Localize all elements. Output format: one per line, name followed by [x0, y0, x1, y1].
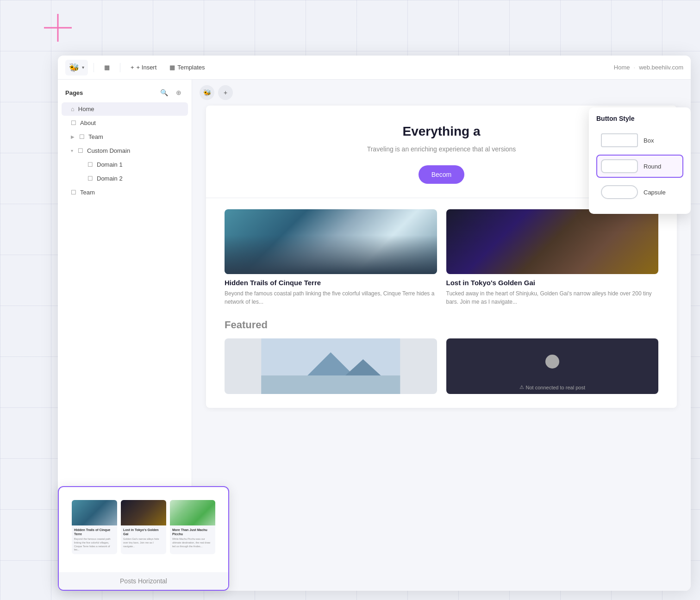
- page-label-team1: Team: [88, 133, 103, 140]
- box-preview: [601, 133, 638, 147]
- mini-card-desc-1: Beyond the famous coastal path linking t…: [74, 538, 115, 552]
- post-card-desc-golden-gai: Tucked away in the heart of Shinjuku, Go…: [446, 289, 659, 306]
- style-option-box[interactable]: Box: [596, 129, 683, 152]
- svg-rect-3: [261, 375, 400, 394]
- post-card-img-golden-gai: [446, 209, 659, 274]
- mini-card-title-1: Hidden Trails of Cinque Terre: [74, 528, 115, 536]
- sidebar-item-domain2[interactable]: ☐ Domain 2: [62, 172, 188, 185]
- layout-icon: ▦: [104, 64, 110, 71]
- toolbar-divider: [94, 63, 94, 72]
- templates-icon: ▦: [169, 64, 175, 71]
- add-page-button[interactable]: ⊕: [173, 87, 184, 98]
- mini-card-1: Hidden Trails of Cinque Terre Beyond the…: [72, 500, 117, 554]
- sidebar-header: Pages 🔍 ⊕: [58, 80, 192, 102]
- sidebar-item-about[interactable]: ☐ About: [62, 116, 188, 130]
- page-label-about: About: [80, 119, 96, 126]
- page-icon-team1: ☐: [79, 133, 85, 140]
- page-label-home: Home: [78, 106, 94, 112]
- page-icon-team2: ☐: [71, 189, 76, 196]
- sidebar-title: Pages: [65, 89, 83, 96]
- logo-button[interactable]: 🐝 ▾: [65, 60, 88, 75]
- template-card[interactable]: Hidden Trails of Cinque Terre Beyond the…: [58, 486, 229, 591]
- template-label: Posts Horizontal: [120, 577, 167, 585]
- logo-chevron: ▾: [82, 65, 84, 70]
- mini-card-img-1: [72, 500, 117, 525]
- warning-icon: ⚠: [519, 384, 524, 390]
- mini-card-desc-3: While Machu Picchu was our ultimate dest…: [172, 538, 213, 548]
- canvas-add-button[interactable]: +: [218, 85, 233, 100]
- post-card-img-cinque-terre: [225, 209, 437, 274]
- site-url: web.beehiiv.com: [639, 64, 683, 71]
- style-option-round[interactable]: Round: [596, 155, 683, 178]
- mini-card-title-3: More Than Just Machu Picchu: [172, 528, 213, 536]
- mini-card-text-1: Hidden Trails of Cinque Terre Beyond the…: [72, 525, 117, 554]
- canvas-area: 🐝 + Everything a Traveling is an enrichi…: [192, 80, 691, 591]
- featured-card-img-1: [225, 338, 437, 394]
- round-label: Round: [644, 163, 661, 170]
- page-icon-about: ☐: [71, 119, 76, 126]
- button-style-panel: Button Style Box Round Capsule: [589, 107, 691, 214]
- layout-button[interactable]: ▦: [100, 61, 114, 74]
- mini-card-desc-2: Golden Gai's narrow alleys hide over tin…: [123, 538, 164, 548]
- star-decoration: [44, 14, 72, 42]
- page-icon-domain1: ☐: [88, 161, 93, 168]
- canvas-toolbar: 🐝 +: [192, 80, 691, 106]
- page-label-domain1: Domain 1: [97, 161, 123, 168]
- page-icon-domain2: ☐: [88, 175, 93, 182]
- featured-card-img-2: ⚠ Not connected to real post: [446, 338, 659, 394]
- panel-title: Button Style: [596, 115, 683, 122]
- sidebar-item-custom-domain[interactable]: ▾ ☐ Custom Domain: [62, 144, 188, 157]
- mini-card-text-2: Lost in Tokyo's Golden Gai Golden Gai's …: [121, 525, 166, 550]
- page-label-domain2: Domain 2: [97, 175, 123, 182]
- box-label: Box: [644, 137, 654, 144]
- post-card-title-cinque-terre: Hidden Trails of Cinque Terre: [225, 279, 437, 287]
- toolbar-divider-2: [120, 63, 120, 72]
- mini-card-3: More Than Just Machu Picchu While Machu …: [170, 500, 215, 554]
- page-label-team2: Team: [80, 189, 95, 196]
- mini-card-2: Lost in Tokyo's Golden Gai Golden Gai's …: [121, 500, 166, 554]
- url-separator: ·: [634, 64, 636, 71]
- cta-button[interactable]: Becom: [419, 165, 465, 184]
- post-card-cinque-terre[interactable]: Hidden Trails of Cinque Terre Beyond the…: [225, 209, 437, 306]
- insert-button[interactable]: + + Insert: [126, 61, 161, 74]
- home-link[interactable]: Home: [614, 64, 630, 71]
- chevron-down-icon: ▾: [71, 148, 73, 153]
- insert-icon: +: [131, 64, 134, 71]
- post-card-title-golden-gai: Lost in Tokyo's Golden Gai: [446, 279, 659, 287]
- sidebar-item-domain1[interactable]: ☐ Domain 1: [62, 158, 188, 171]
- mini-card-img-2: [121, 500, 166, 525]
- templates-button[interactable]: ▦ Templates: [165, 61, 209, 74]
- template-inner: Hidden Trails of Cinque Terre Beyond the…: [66, 494, 221, 569]
- round-preview: [601, 159, 638, 173]
- featured-section: Featured: [225, 319, 658, 394]
- post-cards-grid: Hidden Trails of Cinque Terre Beyond the…: [225, 209, 658, 306]
- template-label-bar: Posts Horizontal: [59, 572, 228, 590]
- page-label-custom-domain: Custom Domain: [87, 147, 130, 154]
- template-mini-cards: Hidden Trails of Cinque Terre Beyond the…: [72, 500, 215, 554]
- sidebar-actions: 🔍 ⊕: [158, 87, 184, 98]
- mini-card-img-3: [170, 500, 215, 525]
- logo-icon: 🐝: [69, 62, 79, 73]
- toolbar: 🐝 ▾ ▦ + + Insert ▦ Templates Home · web.…: [58, 56, 691, 80]
- sidebar-item-team1[interactable]: ▶ ☐ Team: [62, 130, 188, 144]
- page-icon-custom-domain: ☐: [78, 147, 83, 154]
- templates-label: Templates: [177, 64, 205, 71]
- featured-label: Featured: [225, 319, 658, 331]
- insert-label: + Insert: [137, 64, 157, 71]
- post-card-golden-gai[interactable]: Lost in Tokyo's Golden Gai Tucked away i…: [446, 209, 659, 306]
- placeholder-circle: [545, 355, 559, 369]
- chevron-right-icon: ▶: [71, 134, 75, 139]
- toolbar-url: Home · web.beehiiv.com: [614, 64, 683, 71]
- style-option-capsule[interactable]: Capsule: [596, 181, 683, 204]
- canvas-logo-icon[interactable]: 🐝: [200, 85, 214, 100]
- featured-cards-grid: ⚠ Not connected to real post: [225, 338, 658, 394]
- home-icon: ⌂: [71, 106, 75, 112]
- post-card-desc-cinque-terre: Beyond the famous coastal path linking t…: [225, 289, 437, 306]
- mini-card-title-2: Lost in Tokyo's Golden Gai: [123, 528, 164, 536]
- not-connected-label: ⚠ Not connected to real post: [446, 384, 659, 390]
- search-icon[interactable]: 🔍: [158, 87, 169, 98]
- sidebar-item-team2[interactable]: ☐ Team: [62, 186, 188, 199]
- capsule-label: Capsule: [644, 189, 666, 196]
- sidebar-item-home[interactable]: ⌂ Home: [62, 102, 188, 116]
- capsule-preview: [601, 185, 638, 199]
